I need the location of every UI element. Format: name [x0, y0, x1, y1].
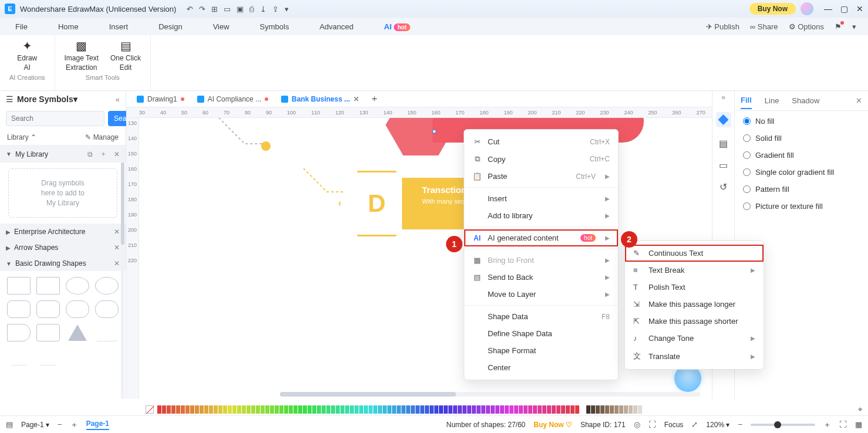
section-close-icon[interactable]: ✕ [114, 259, 120, 268]
color-swatch[interactable] [171, 405, 175, 414]
color-swatch[interactable] [561, 405, 565, 414]
prev-page-icon[interactable]: − [58, 420, 62, 429]
color-swatch[interactable] [331, 405, 335, 414]
menu-symbols[interactable]: Symbols [256, 20, 293, 33]
color-swatch[interactable] [181, 405, 185, 414]
tab-fill[interactable]: Fill [741, 92, 752, 109]
color-swatch[interactable] [519, 405, 523, 414]
close-button[interactable]: ✕ [856, 4, 863, 13]
submenu-polish-text[interactable]: TPolish Text [625, 279, 764, 296]
export-icon[interactable]: ⤓ [260, 5, 266, 13]
close-panel-icon[interactable]: ✕ [856, 96, 862, 105]
opt-gradient-fill[interactable]: Gradient fill [743, 151, 860, 160]
tab-shadow[interactable]: Shadow [792, 93, 819, 109]
color-swatch[interactable] [406, 405, 410, 414]
color-swatch[interactable] [364, 405, 368, 414]
maximize-button[interactable]: ▢ [840, 4, 848, 13]
locate-icon[interactable]: ◎ [634, 420, 640, 429]
color-swatch[interactable] [289, 405, 293, 414]
color-swatch[interactable] [491, 405, 495, 414]
shape-rect[interactable] [36, 277, 60, 295]
submenu-text-break[interactable]: ≡Text Break▶ [625, 262, 764, 279]
section-close-icon[interactable]: ✕ [114, 228, 120, 236]
ctx-shape-format[interactable]: Shape Format [464, 342, 618, 359]
edraw-ai-button[interactable]: ✦ Edraw AI [17, 39, 37, 72]
ctx-ai-generated-content[interactable]: AIAI generated contenthot▶ [464, 229, 618, 246]
color-swatch[interactable] [279, 405, 283, 414]
color-swatch[interactable] [614, 405, 619, 414]
color-swatch[interactable] [462, 405, 467, 414]
page-tab[interactable]: Page-1 [86, 420, 109, 430]
ctx-paste[interactable]: 📋PasteCtrl+V▶ [464, 168, 618, 185]
color-swatch[interactable] [157, 405, 161, 414]
color-swatch[interactable] [387, 405, 391, 414]
focus-label[interactable]: Focus [664, 421, 684, 429]
ctx-insert[interactable]: Insert▶ [464, 190, 618, 207]
color-swatch[interactable] [434, 405, 438, 414]
page-selector[interactable]: Page-1 ▾ [21, 421, 49, 429]
tab-bank-business[interactable]: Bank Business ...✕ [275, 93, 365, 106]
color-swatch[interactable] [523, 405, 528, 414]
color-swatch[interactable] [369, 405, 373, 414]
section-close-icon[interactable]: ✕ [114, 243, 120, 252]
menu-insert[interactable]: Insert [106, 20, 132, 33]
shape-stadium-wide[interactable] [95, 300, 119, 318]
color-swatch[interactable] [566, 405, 570, 414]
shape-triangle[interactable] [68, 324, 87, 341]
color-swatch[interactable] [200, 405, 204, 414]
color-swatch[interactable] [378, 405, 382, 414]
zoom-in-icon[interactable]: ＋ [823, 420, 831, 430]
rail-history-icon[interactable]: ↺ [720, 181, 727, 192]
close-tab-icon[interactable]: ✕ [353, 95, 359, 103]
color-swatch[interactable] [633, 405, 637, 414]
share-button[interactable]: ∞ Share [750, 22, 778, 31]
gray-swatches[interactable] [586, 405, 642, 414]
color-swatch[interactable] [600, 405, 604, 414]
color-swatch[interactable] [505, 405, 509, 414]
color-swatch[interactable] [209, 405, 213, 414]
menu-home[interactable]: Home [55, 20, 82, 33]
color-swatch[interactable] [610, 405, 614, 414]
color-swatches[interactable] [157, 405, 579, 414]
shape-slab[interactable] [36, 324, 60, 341]
library-dropdown[interactable]: Library ⌃ [7, 133, 36, 141]
submenu-continuous-text[interactable]: ✎Continuous Text [625, 245, 764, 262]
shape-circle[interactable] [66, 277, 89, 295]
status-buy-now[interactable]: Buy Now ♡ [533, 421, 572, 429]
section-basic-shapes[interactable]: ▼ Basic Drawing Shapes ✕ [0, 256, 126, 271]
menu-design[interactable]: Design [155, 20, 185, 33]
qat-more-icon[interactable]: ▾ [285, 5, 289, 13]
shape-stadium[interactable] [66, 300, 89, 318]
redo-icon[interactable]: ↷ [199, 5, 205, 13]
new-icon[interactable]: ⊞ [211, 5, 218, 13]
color-swatch[interactable] [586, 405, 590, 414]
buy-now-button[interactable]: Buy Now [749, 3, 796, 15]
section-add-icon[interactable]: ＋ [100, 149, 107, 159]
notification-icon[interactable]: ⚑ [835, 22, 842, 31]
color-swatch[interactable] [481, 405, 485, 414]
color-swatch[interactable] [298, 405, 302, 414]
zoom-out-icon[interactable]: − [738, 420, 742, 429]
shape-ellipse[interactable] [95, 277, 119, 295]
shape-pentagon-wide[interactable] [36, 347, 60, 365]
color-swatch[interactable] [542, 405, 546, 414]
opt-no-fill[interactable]: No fill [743, 117, 860, 126]
opt-solid-fill[interactable]: Solid fill [743, 134, 860, 143]
color-swatch[interactable] [458, 405, 462, 414]
color-swatch[interactable] [638, 405, 642, 414]
color-swatch[interactable] [472, 405, 476, 414]
ctx-center[interactable]: Center [464, 359, 618, 376]
collapse-left-icon[interactable]: « [116, 95, 120, 104]
color-swatch[interactable] [401, 405, 406, 414]
no-fill-swatch[interactable] [146, 405, 154, 414]
ctx-cut[interactable]: ✂CutCtrl+X [464, 133, 618, 150]
color-swatch[interactable] [293, 405, 298, 414]
color-swatch[interactable] [619, 405, 623, 414]
color-swatch[interactable] [185, 405, 190, 414]
color-swatch[interactable] [416, 405, 420, 414]
color-swatch[interactable] [495, 405, 499, 414]
image-text-extraction-button[interactable]: ▩ Image Text Extraction [65, 39, 99, 72]
open-icon[interactable]: ▭ [224, 5, 231, 13]
drop-zone[interactable]: Drag symbols here to add to My Library [8, 168, 117, 218]
color-swatch[interactable] [303, 405, 307, 414]
